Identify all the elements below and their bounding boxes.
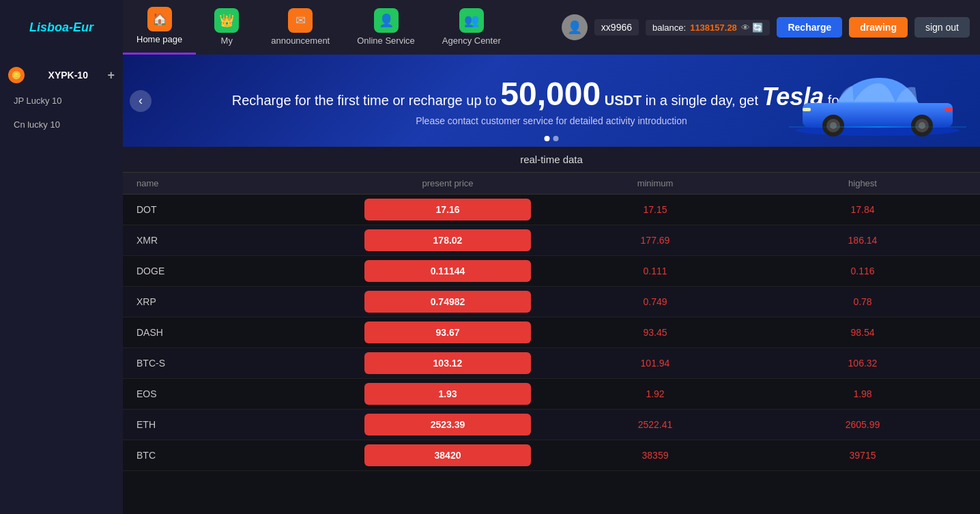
coin-name: BTC (136, 450, 344, 461)
price-badge: 0.11144 (364, 260, 531, 282)
banner-line1: Recharge for the first time or recharge … (232, 75, 871, 113)
col-min: minimum (551, 178, 759, 188)
sidebar: 🪙 XYPK-10 + JP Lucky 10 Cn lucky 10 (0, 55, 123, 514)
col-max: highest (759, 178, 966, 188)
max-value: 0.78 (759, 296, 966, 307)
min-value: 93.45 (551, 327, 759, 338)
banner-dots (545, 136, 559, 141)
logo: Lisboa-Eur (0, 0, 123, 55)
nav-tab-label-announcement: announcement (271, 35, 330, 46)
banner-dot-1[interactable] (545, 136, 550, 141)
banner-text: Recharge for the first time or recharge … (232, 75, 871, 126)
min-value: 17.15 (551, 204, 759, 215)
price-badge: 2523.39 (364, 414, 531, 436)
coin-name: DOT (136, 204, 344, 215)
username-display: xx9966 (594, 19, 639, 35)
table-header: name present price minimum highest (123, 173, 980, 195)
balance-value: 1138157.28 (690, 23, 737, 33)
min-value: 101.94 (551, 358, 759, 369)
price-badge: 1.93 (364, 383, 531, 405)
max-value: 186.14 (759, 235, 966, 246)
price-badge: 17.16 (364, 199, 531, 220)
sidebar-add-button[interactable]: + (107, 68, 115, 83)
nav-tab-my[interactable]: 👑 My (196, 0, 257, 55)
banner-car-image (789, 59, 966, 143)
nav-tab-label-agency-center: Agency Center (442, 35, 501, 46)
nav-tab-icon-home: 🏠 (147, 7, 172, 31)
avatar: 👤 (562, 14, 588, 40)
price-badge: 93.67 (364, 322, 531, 343)
balance-area: balance: 1138157.28 👁 🔄 (646, 20, 770, 35)
price-badge: 38420 (364, 444, 531, 466)
nav-tab-announcement[interactable]: ✉ announcement (257, 0, 343, 55)
table-row: EOS 1.93 1.92 1.98 (123, 379, 980, 410)
coin-name: DOGE (136, 266, 344, 276)
nav-tab-home[interactable]: 🏠 Home page (123, 0, 196, 55)
sidebar-item-cn-lucky[interactable]: Cn lucky 10 (0, 113, 123, 137)
nav-tab-icon-announcement: ✉ (288, 8, 313, 33)
sidebar-coin-icon: 🪙 (8, 67, 29, 83)
nav-tab-icon-my: 👑 (214, 8, 239, 33)
col-name: name (136, 178, 344, 188)
table-row: XRP 0.74982 0.749 0.78 (123, 287, 980, 317)
content-area: ‹ Recharge for the first time or recharg… (123, 55, 980, 514)
coin-name: EOS (136, 388, 344, 399)
max-value: 106.32 (759, 358, 966, 369)
max-value: 0.116 (759, 266, 966, 276)
nav-tab-icon-online-service: 👤 (374, 8, 399, 33)
top-nav: Lisboa-Eur 🏠 Home page 👑 My ✉ announceme… (0, 0, 980, 55)
table-row: BTC 38420 38359 39715 (123, 440, 980, 471)
max-value: 39715 (759, 450, 966, 461)
coin-name: ETH (136, 419, 344, 430)
coin-name: DASH (136, 327, 344, 338)
main-layout: 🪙 XYPK-10 + JP Lucky 10 Cn lucky 10 ‹ Re… (0, 55, 980, 514)
max-value: 17.84 (759, 204, 966, 215)
nav-tab-icon-agency-center: 👥 (459, 8, 484, 33)
nav-tabs: 🏠 Home page 👑 My ✉ announcement 👤 Online… (123, 0, 551, 55)
banner-line2: Please contact customer service for deta… (232, 115, 871, 126)
nav-tab-label-my: My (221, 35, 233, 46)
svg-rect-9 (803, 108, 811, 111)
sidebar-item-jp-lucky[interactable]: JP Lucky 10 (0, 89, 123, 113)
coin-name: XMR (136, 235, 344, 246)
nav-tab-label-home: Home page (136, 34, 182, 44)
max-value: 2605.99 (759, 419, 966, 430)
sidebar-header: 🪙 XYPK-10 + (0, 61, 123, 89)
table-row: DOT 17.16 17.15 17.84 (123, 195, 980, 225)
nav-tab-online-service[interactable]: 👤 Online Service (343, 0, 429, 55)
min-value: 0.111 (551, 266, 759, 276)
min-value: 1.92 (551, 388, 759, 399)
coin-name: XRP (136, 296, 344, 307)
svg-rect-10 (945, 108, 953, 111)
coin-name: BTC-S (136, 358, 344, 369)
table-row: DOGE 0.11144 0.111 0.116 (123, 256, 980, 287)
price-badge: 178.02 (364, 229, 531, 251)
svg-point-5 (830, 122, 837, 129)
min-value: 2522.41 (551, 419, 759, 430)
nav-right: 👤 xx9966 balance: 1138157.28 👁 🔄 Recharg… (551, 0, 980, 55)
col-price: present price (344, 178, 551, 188)
banner: ‹ Recharge for the first time or recharg… (123, 55, 980, 147)
price-badge: 0.74982 (364, 291, 531, 313)
table-row: DASH 93.67 93.45 98.54 (123, 317, 980, 348)
drawing-button[interactable]: drawing (849, 17, 908, 38)
max-value: 1.98 (759, 388, 966, 399)
table-row: XMR 178.02 177.69 186.14 (123, 225, 980, 256)
price-badge: 103.12 (364, 352, 531, 374)
sidebar-section-label: XYPK-10 (48, 70, 88, 81)
balance-label: balance: (652, 23, 686, 33)
svg-rect-11 (816, 126, 939, 128)
signout-button[interactable]: sign out (914, 17, 970, 38)
max-value: 98.54 (759, 327, 966, 338)
nav-tab-agency-center[interactable]: 👥 Agency Center (429, 0, 515, 55)
svg-point-8 (919, 122, 925, 129)
realtime-header: real-time data (123, 147, 980, 173)
min-value: 38359 (551, 450, 759, 461)
recharge-button[interactable]: Recharge (777, 17, 842, 38)
table-row: ETH 2523.39 2522.41 2605.99 (123, 410, 980, 440)
nav-tab-label-online-service: Online Service (357, 35, 415, 46)
banner-dot-2[interactable] (553, 136, 559, 141)
data-rows-container: DOT 17.16 17.15 17.84 XMR 178.02 177.69 … (123, 195, 980, 471)
banner-prev-button[interactable]: ‹ (130, 90, 152, 112)
min-value: 0.749 (551, 296, 759, 307)
